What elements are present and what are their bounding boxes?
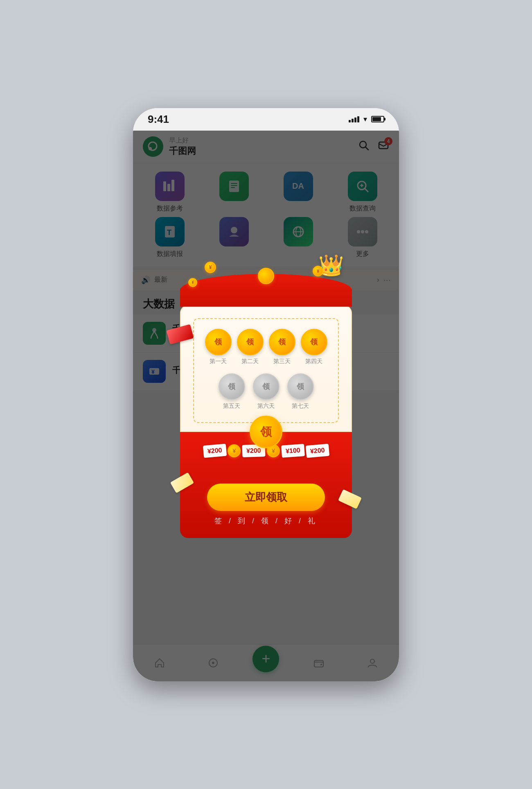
envelope-card: 领 第一天 领 第二天 — [180, 305, 352, 432]
floating-coin-3: ¥ — [313, 266, 323, 276]
day-coin-2: 领 — [237, 329, 264, 355]
days-row-2: 领 第五天 领 第六天 — [202, 373, 330, 410]
day-7[interactable]: 领 第七天 — [287, 373, 314, 410]
day-coin-label-5: 领 — [228, 382, 235, 391]
day-coin-label-6: 领 — [262, 382, 270, 391]
day-coin-3: 领 — [269, 329, 295, 355]
day-label-4: 第四天 — [305, 358, 322, 365]
red-envelope-popup: 👑 ¥ ¥ ¥ 领 — [180, 274, 352, 538]
day-coin-4: 领 — [301, 329, 327, 355]
day-coin-label-3: 领 — [278, 337, 286, 347]
status-bar: 9:41 ▾ — [133, 108, 399, 131]
envelope-top-coin — [258, 268, 274, 284]
day-coin-label-2: 领 — [246, 337, 254, 347]
day-label-2: 第二天 — [241, 358, 259, 365]
day-3[interactable]: 领 第三天 — [269, 329, 295, 365]
day-coin-label-4: 领 — [310, 337, 318, 347]
claim-coin-text: 领 — [260, 424, 272, 440]
day-coin-5: 领 — [219, 373, 245, 400]
claim-button-text: 立即领取 — [245, 491, 287, 503]
checkin-subtitle: 签 / 到 / 领 / 好 / 礼 — [214, 516, 318, 526]
app-content: 早上好 千图网 4 — [133, 131, 399, 681]
day-2[interactable]: 领 第二天 — [237, 329, 264, 365]
card-border: 领 第一天 领 第二天 — [193, 318, 339, 423]
battery-fill — [372, 117, 381, 121]
days-row-1: 领 第一天 领 第二天 — [202, 329, 330, 365]
signal-icon — [349, 116, 359, 122]
day-label-1: 第一天 — [210, 358, 227, 365]
day-coin-label-1: 领 — [214, 337, 222, 347]
day-1[interactable]: 领 第一天 — [205, 329, 232, 365]
gold-coin-dec-1: ¥ — [228, 444, 241, 457]
wifi-icon: ▾ — [363, 115, 367, 124]
day-5[interactable]: 领 第五天 — [219, 373, 245, 410]
overlay[interactable]: 👑 ¥ ¥ ¥ 领 — [133, 131, 399, 681]
envelope-arch — [180, 274, 352, 307]
day-label-3: 第三天 — [273, 358, 291, 365]
voucher-4: ¥200 — [305, 443, 329, 458]
day-coin-7: 领 — [287, 373, 314, 400]
battery-icon — [371, 116, 384, 122]
claim-coin-button[interactable]: 领 — [250, 416, 282, 448]
status-time: 9:41 — [148, 113, 169, 126]
day-coin-label-7: 领 — [297, 382, 304, 391]
day-label-6: 第六天 — [257, 402, 275, 410]
day-coin-1: 领 — [205, 329, 232, 355]
voucher-1: ¥200 — [203, 443, 227, 458]
floating-coin-2: ¥ — [188, 278, 197, 287]
claim-button[interactable]: 立即领取 — [207, 484, 325, 511]
day-coin-6: 领 — [253, 373, 280, 400]
day-4[interactable]: 领 第四天 — [301, 329, 327, 365]
voucher-3: ¥100 — [281, 444, 305, 458]
status-icons: ▾ — [349, 115, 384, 124]
phone-frame: 9:41 ▾ — [133, 108, 399, 681]
envelope-bottom: ¥200 ¥ ¥200 ¥ ¥100 ¥200 领 立即领取 — [180, 432, 352, 538]
day-label-7: 第七天 — [292, 402, 309, 410]
day-6[interactable]: 领 第六天 — [253, 373, 280, 410]
floating-coin-1: ¥ — [205, 262, 216, 273]
day-label-5: 第五天 — [223, 402, 240, 410]
